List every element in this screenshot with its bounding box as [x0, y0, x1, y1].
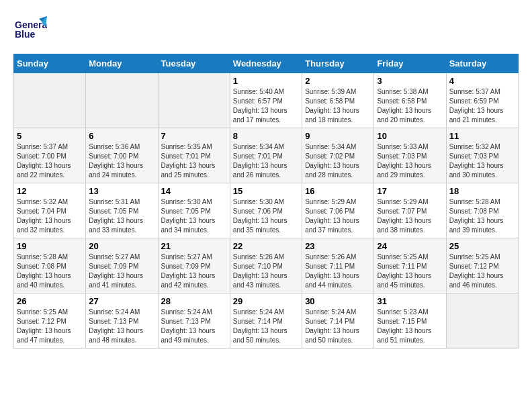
day-info: Sunrise: 5:24 AM Sunset: 7:13 PM Dayligh…	[89, 308, 154, 345]
calendar-cell: 1Sunrise: 5:40 AM Sunset: 6:57 PM Daylig…	[230, 73, 302, 128]
day-number: 4	[449, 76, 515, 86]
calendar-cell: 21Sunrise: 5:27 AM Sunset: 7:09 PM Dayli…	[158, 238, 230, 293]
calendar-cell: 12Sunrise: 5:32 AM Sunset: 7:04 PM Dayli…	[14, 183, 86, 238]
calendar-week-row: 26Sunrise: 5:25 AM Sunset: 7:12 PM Dayli…	[14, 293, 519, 349]
day-info: Sunrise: 5:29 AM Sunset: 7:06 PM Dayligh…	[305, 197, 371, 235]
day-info: Sunrise: 5:37 AM Sunset: 6:59 PM Dayligh…	[449, 87, 515, 125]
calendar-cell: 16Sunrise: 5:29 AM Sunset: 7:06 PM Dayli…	[302, 183, 374, 238]
calendar-cell	[14, 73, 86, 128]
day-info: Sunrise: 5:26 AM Sunset: 7:10 PM Dayligh…	[233, 253, 299, 290]
day-info: Sunrise: 5:28 AM Sunset: 7:08 PM Dayligh…	[449, 197, 515, 235]
day-info: Sunrise: 5:39 AM Sunset: 6:58 PM Dayligh…	[305, 87, 371, 125]
day-info: Sunrise: 5:26 AM Sunset: 7:11 PM Dayligh…	[305, 253, 371, 290]
calendar-cell: 4Sunrise: 5:37 AM Sunset: 6:59 PM Daylig…	[446, 73, 518, 128]
day-info: Sunrise: 5:30 AM Sunset: 7:05 PM Dayligh…	[161, 197, 227, 235]
column-header-sunday: Sunday	[14, 54, 86, 73]
calendar-cell: 26Sunrise: 5:25 AM Sunset: 7:12 PM Dayli…	[14, 293, 86, 349]
day-number: 2	[305, 76, 371, 86]
calendar-header-row: SundayMondayTuesdayWednesdayThursdayFrid…	[14, 54, 519, 73]
calendar-cell: 20Sunrise: 5:27 AM Sunset: 7:09 PM Dayli…	[86, 238, 158, 293]
calendar-table: SundayMondayTuesdayWednesdayThursdayFrid…	[13, 54, 519, 349]
day-info: Sunrise: 5:38 AM Sunset: 6:58 PM Dayligh…	[377, 87, 443, 125]
day-info: Sunrise: 5:36 AM Sunset: 7:00 PM Dayligh…	[89, 142, 154, 180]
day-number: 21	[161, 241, 227, 251]
calendar-cell: 25Sunrise: 5:25 AM Sunset: 7:12 PM Dayli…	[446, 238, 518, 293]
calendar-cell: 5Sunrise: 5:37 AM Sunset: 7:00 PM Daylig…	[14, 128, 86, 183]
day-number: 24	[377, 241, 443, 251]
day-info: Sunrise: 5:27 AM Sunset: 7:09 PM Dayligh…	[161, 253, 227, 290]
day-info: Sunrise: 5:35 AM Sunset: 7:01 PM Dayligh…	[161, 142, 227, 180]
calendar-cell: 10Sunrise: 5:33 AM Sunset: 7:03 PM Dayli…	[374, 128, 446, 183]
day-info: Sunrise: 5:24 AM Sunset: 7:14 PM Dayligh…	[233, 308, 299, 345]
svg-text:Blue: Blue	[15, 29, 36, 40]
calendar-cell: 27Sunrise: 5:24 AM Sunset: 7:13 PM Dayli…	[86, 293, 158, 349]
day-number: 22	[233, 241, 299, 251]
column-header-wednesday: Wednesday	[230, 54, 302, 73]
day-number: 9	[305, 131, 371, 141]
day-number: 31	[377, 296, 443, 306]
calendar-cell: 14Sunrise: 5:30 AM Sunset: 7:05 PM Dayli…	[158, 183, 230, 238]
day-number: 3	[377, 76, 443, 86]
calendar-week-row: 12Sunrise: 5:32 AM Sunset: 7:04 PM Dayli…	[14, 183, 519, 238]
calendar-cell: 17Sunrise: 5:29 AM Sunset: 7:07 PM Dayli…	[374, 183, 446, 238]
calendar-cell: 22Sunrise: 5:26 AM Sunset: 7:10 PM Dayli…	[230, 238, 302, 293]
day-info: Sunrise: 5:34 AM Sunset: 7:01 PM Dayligh…	[233, 142, 299, 180]
calendar-cell: 29Sunrise: 5:24 AM Sunset: 7:14 PM Dayli…	[230, 293, 302, 349]
day-info: Sunrise: 5:32 AM Sunset: 7:04 PM Dayligh…	[17, 197, 83, 235]
day-number: 29	[233, 296, 299, 306]
day-info: Sunrise: 5:33 AM Sunset: 7:03 PM Dayligh…	[377, 142, 443, 180]
day-number: 15	[233, 186, 299, 196]
column-header-tuesday: Tuesday	[158, 54, 230, 73]
day-number: 18	[449, 186, 515, 196]
calendar-cell: 19Sunrise: 5:28 AM Sunset: 7:08 PM Dayli…	[14, 238, 86, 293]
day-info: Sunrise: 5:24 AM Sunset: 7:14 PM Dayligh…	[305, 308, 371, 345]
calendar-cell: 24Sunrise: 5:25 AM Sunset: 7:11 PM Dayli…	[374, 238, 446, 293]
day-number: 8	[233, 131, 299, 141]
calendar-week-row: 19Sunrise: 5:28 AM Sunset: 7:08 PM Dayli…	[14, 238, 519, 293]
day-info: Sunrise: 5:40 AM Sunset: 6:57 PM Dayligh…	[233, 87, 299, 125]
calendar-cell: 18Sunrise: 5:28 AM Sunset: 7:08 PM Dayli…	[446, 183, 518, 238]
day-info: Sunrise: 5:34 AM Sunset: 7:02 PM Dayligh…	[305, 142, 371, 180]
calendar-cell: 8Sunrise: 5:34 AM Sunset: 7:01 PM Daylig…	[230, 128, 302, 183]
page-header: General Blue	[13, 13, 519, 47]
column-header-monday: Monday	[86, 54, 158, 73]
day-number: 6	[89, 131, 154, 141]
calendar-cell: 11Sunrise: 5:32 AM Sunset: 7:03 PM Dayli…	[446, 128, 518, 183]
day-info: Sunrise: 5:25 AM Sunset: 7:12 PM Dayligh…	[449, 253, 515, 290]
day-number: 13	[89, 186, 154, 196]
day-number: 19	[17, 241, 83, 251]
day-number: 10	[377, 131, 443, 141]
calendar-week-row: 1Sunrise: 5:40 AM Sunset: 6:57 PM Daylig…	[14, 73, 519, 128]
day-number: 28	[161, 296, 227, 306]
day-number: 23	[305, 241, 371, 251]
calendar-cell: 3Sunrise: 5:38 AM Sunset: 6:58 PM Daylig…	[374, 73, 446, 128]
logo: General Blue	[13, 13, 47, 47]
calendar-cell: 7Sunrise: 5:35 AM Sunset: 7:01 PM Daylig…	[158, 128, 230, 183]
day-info: Sunrise: 5:28 AM Sunset: 7:08 PM Dayligh…	[17, 253, 83, 290]
day-info: Sunrise: 5:24 AM Sunset: 7:13 PM Dayligh…	[161, 308, 227, 345]
day-info: Sunrise: 5:32 AM Sunset: 7:03 PM Dayligh…	[449, 142, 515, 180]
day-info: Sunrise: 5:30 AM Sunset: 7:06 PM Dayligh…	[233, 197, 299, 235]
day-number: 26	[17, 296, 83, 306]
day-info: Sunrise: 5:37 AM Sunset: 7:00 PM Dayligh…	[17, 142, 83, 180]
day-number: 1	[233, 76, 299, 86]
day-info: Sunrise: 5:27 AM Sunset: 7:09 PM Dayligh…	[89, 253, 154, 290]
calendar-cell: 13Sunrise: 5:31 AM Sunset: 7:05 PM Dayli…	[86, 183, 158, 238]
day-number: 11	[449, 131, 515, 141]
column-header-friday: Friday	[374, 54, 446, 73]
calendar-week-row: 5Sunrise: 5:37 AM Sunset: 7:00 PM Daylig…	[14, 128, 519, 183]
calendar-cell: 9Sunrise: 5:34 AM Sunset: 7:02 PM Daylig…	[302, 128, 374, 183]
day-info: Sunrise: 5:31 AM Sunset: 7:05 PM Dayligh…	[89, 197, 154, 235]
calendar-cell: 23Sunrise: 5:26 AM Sunset: 7:11 PM Dayli…	[302, 238, 374, 293]
day-number: 27	[89, 296, 154, 306]
calendar-cell: 6Sunrise: 5:36 AM Sunset: 7:00 PM Daylig…	[86, 128, 158, 183]
day-number: 7	[161, 131, 227, 141]
logo-icon: General Blue	[13, 13, 47, 47]
day-number: 5	[17, 131, 83, 141]
day-number: 14	[161, 186, 227, 196]
day-info: Sunrise: 5:29 AM Sunset: 7:07 PM Dayligh…	[377, 197, 443, 235]
day-number: 16	[305, 186, 371, 196]
day-number: 20	[89, 241, 154, 251]
day-number: 25	[449, 241, 515, 251]
column-header-thursday: Thursday	[302, 54, 374, 73]
